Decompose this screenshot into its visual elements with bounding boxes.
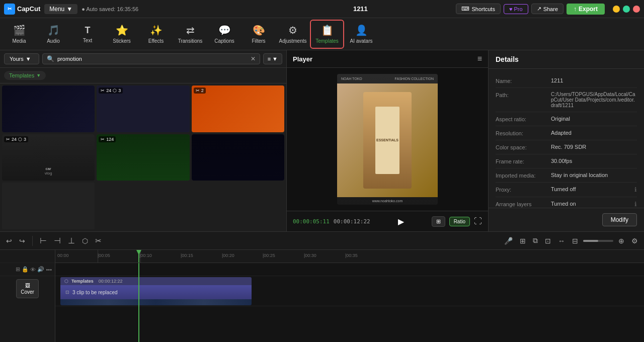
video-website: www.noahtoko.com bbox=[372, 199, 403, 203]
export-button[interactable]: ↑ Export bbox=[567, 4, 605, 15]
settings-button[interactable]: ⚙ bbox=[629, 236, 640, 246]
play-button[interactable]: ▶ bbox=[394, 214, 408, 228]
toolbar-adjustments[interactable]: ⚙ Adjustments bbox=[276, 20, 310, 49]
zoom-out-button[interactable]: ⊟ bbox=[570, 236, 580, 246]
template-card-promotion[interactable]: NOAH TOKO TEMPLATE PROMOTION Promotion! bbox=[2, 86, 95, 132]
split-right-button[interactable]: ⊣ bbox=[52, 235, 63, 246]
zoom-in-button[interactable]: ⊕ bbox=[616, 236, 626, 246]
template-card-christmas[interactable]: GRINCHMAS DEALS! YOUR DEAL YOUR DEAL YOU… bbox=[97, 134, 189, 181]
name-value: 1211 bbox=[551, 77, 637, 83]
details-footer: Modify bbox=[489, 208, 644, 231]
details-body: Name: 1211 Path: C:/Users/TOPGUS/AppData… bbox=[489, 69, 644, 208]
clip-icon: ⊡ bbox=[65, 290, 69, 295]
tab-templates-label: Templates bbox=[9, 72, 34, 78]
timeline-content-area: ⊞ 🔒 👁 🔊 ••• 🖼 Cover 00:00 bbox=[0, 250, 644, 342]
share-button[interactable]: ↗ Share bbox=[531, 4, 564, 14]
template-card-funbook[interactable]: Want something to read? Fun Book Promo 4… bbox=[192, 86, 284, 132]
menu-label: Menu bbox=[49, 6, 64, 13]
cut-button[interactable]: ✂ bbox=[93, 235, 104, 246]
arrange-layers-info-icon[interactable]: ℹ bbox=[634, 201, 637, 208]
toolbar-audio[interactable]: 🎵 Audio bbox=[36, 20, 70, 49]
clear-search-button[interactable]: ✕ bbox=[251, 55, 256, 62]
toolbar-separator-1 bbox=[32, 236, 33, 246]
track-visible[interactable]: 👁 bbox=[30, 267, 36, 273]
filters-label: Filters bbox=[252, 38, 265, 44]
fit-timeline-button[interactable]: ↔ bbox=[556, 236, 567, 246]
template-card-extra1[interactable] bbox=[2, 183, 95, 229]
toolbar-media[interactable]: 🎬 Media bbox=[2, 20, 36, 49]
close-button[interactable] bbox=[633, 6, 640, 13]
track-add-small[interactable]: ⊞ bbox=[16, 266, 20, 273]
proxy-info-icon[interactable]: ℹ bbox=[634, 186, 637, 193]
search-input[interactable] bbox=[57, 56, 248, 62]
template-card-newsong[interactable]: NEW SONG ALERT PROMO bbox=[192, 134, 284, 181]
toolbar-captions[interactable]: 💬 Captions bbox=[207, 20, 242, 49]
redo-button[interactable]: ↪ bbox=[17, 236, 27, 246]
cover-label: Cover bbox=[21, 289, 34, 295]
minimize-button[interactable] bbox=[613, 6, 620, 13]
fullscreen-button[interactable]: ⛶ bbox=[474, 217, 482, 226]
share-label: Share bbox=[543, 6, 558, 12]
split-left-button[interactable]: ⊢ bbox=[38, 235, 49, 246]
toolbar-ai-avatars[interactable]: 👤 AI avatars bbox=[344, 20, 378, 49]
tab-arrow: ▼ bbox=[36, 73, 41, 78]
track-more[interactable]: ••• bbox=[46, 267, 52, 273]
proxy-value: Turned off bbox=[551, 186, 632, 192]
pro-label: ♥ Pro bbox=[509, 6, 523, 12]
yours-dropdown[interactable]: Yours ▼ bbox=[4, 53, 39, 64]
name-label: Name: bbox=[496, 77, 551, 84]
audio-label: Audio bbox=[47, 38, 60, 44]
detail-proxy: Proxy: Turned off ℹ bbox=[496, 183, 637, 197]
sale-badge: ✂24⬡3 bbox=[99, 88, 123, 94]
fit-screen-button[interactable]: ⊞ bbox=[432, 216, 445, 227]
toolbar-text[interactable]: T Text bbox=[70, 20, 105, 49]
timeline-right-actions: 🎤 ⊞ ⧉ ⊡ ↔ ⊟ ⊕ ⚙ bbox=[502, 235, 640, 246]
detail-imported-media: Imported media: Stay in original locatio… bbox=[496, 168, 637, 183]
track-icons: ⊞ 🔒 👁 🔊 ••• bbox=[16, 266, 52, 273]
menu-button[interactable]: Menu ▼ bbox=[44, 4, 77, 14]
template-card-sale[interactable]: NOAH TOKO PROMO SPESIAL 12.12 ESSENTIALS… bbox=[97, 86, 189, 132]
track-view-button[interactable]: ⧉ bbox=[531, 235, 540, 246]
pro-button[interactable]: ♥ Pro bbox=[504, 4, 528, 14]
modify-button[interactable]: Modify bbox=[602, 213, 637, 226]
ruler-sidebar bbox=[0, 250, 55, 263]
ratio-button[interactable]: Ratio bbox=[449, 217, 470, 226]
tab-templates[interactable]: Templates ▼ bbox=[4, 71, 46, 80]
yours-label: Yours bbox=[10, 56, 24, 62]
ruler-00: 00:00 bbox=[57, 253, 69, 258]
toolbar-stickers[interactable]: ⭐ Stickers bbox=[105, 20, 139, 49]
main-clip-bar[interactable]: ⊡ 3 clip to be replaced bbox=[60, 285, 252, 299]
track-minus-button[interactable]: ⊡ bbox=[543, 236, 553, 246]
detail-name: Name: 1211 bbox=[496, 74, 637, 88]
playhead-indicator[interactable] bbox=[138, 250, 139, 263]
player-menu-icon[interactable]: ≡ bbox=[477, 54, 482, 63]
window-controls bbox=[613, 6, 640, 13]
clip-thumbnail-strip bbox=[60, 299, 252, 305]
aspect-ratio-label: Aspect ratio: bbox=[496, 116, 551, 122]
toolbar-effects[interactable]: ✨ Effects bbox=[139, 20, 173, 49]
app-name: CapCut bbox=[17, 5, 40, 13]
cover-button[interactable]: 🖼 Cover bbox=[16, 279, 39, 298]
player-video: NOAH TOKO FASHION COLLECTION ESSENTIALS bbox=[337, 74, 438, 205]
undo-button[interactable]: ↩ bbox=[4, 236, 14, 246]
timeline-scroll-area[interactable]: 00:00 |00:05 |00:10 |00:15 |00:20 |00:25… bbox=[55, 250, 644, 342]
track-audio[interactable]: 🔊 bbox=[37, 266, 44, 273]
text-icon: T bbox=[85, 25, 91, 36]
left-panel-tabs: Templates ▼ bbox=[0, 68, 286, 83]
track-add-button[interactable]: ⊞ bbox=[518, 236, 528, 246]
templates-grid: NOAH TOKO TEMPLATE PROMOTION Promotion! … bbox=[0, 83, 286, 231]
shortcuts-button[interactable]: ⌨ Shortcuts bbox=[456, 4, 500, 14]
frame-rate-label: Frame rate: bbox=[496, 158, 551, 164]
maximize-button[interactable] bbox=[623, 6, 630, 13]
template-card-vlog[interactable]: car vlog YY PROMO TEMPLATE thumbnail ✂24… bbox=[2, 134, 95, 181]
ruler-15: |00:15 bbox=[181, 253, 193, 258]
toolbar-filters[interactable]: 🎨 Filters bbox=[242, 20, 276, 49]
toolbar-templates[interactable]: 📋 Templates bbox=[310, 20, 344, 49]
toolbar-transitions[interactable]: ⇄ Transitions bbox=[173, 20, 207, 49]
filter-button[interactable]: ≡ ▼ bbox=[263, 53, 282, 64]
delete-button[interactable]: ⬡ bbox=[80, 236, 90, 246]
split-button[interactable]: ⊥ bbox=[66, 235, 77, 246]
track-lock[interactable]: 🔒 bbox=[22, 266, 29, 273]
zoom-slider[interactable] bbox=[583, 240, 613, 242]
mic-button[interactable]: 🎤 bbox=[502, 236, 515, 246]
